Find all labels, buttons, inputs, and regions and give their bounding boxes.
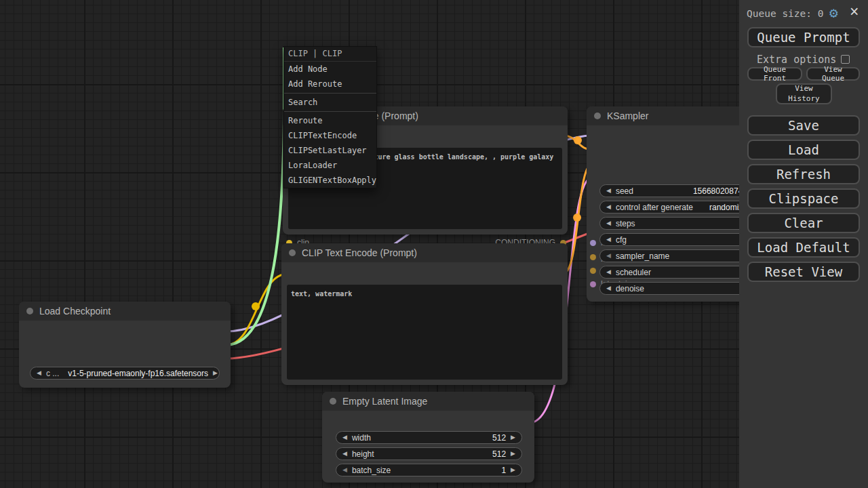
widget-value: 1 bbox=[501, 466, 506, 475]
decrement-arrow-icon[interactable]: ◀ bbox=[606, 253, 611, 259]
link-release-context-menu: CLIP | CLIP Add Node Add Reroute Search … bbox=[283, 46, 377, 188]
context-menu-filter-header: CLIP | CLIP bbox=[284, 47, 376, 62]
menu-item-clipsetlastlayer[interactable]: CLIPSetLastLayer bbox=[284, 143, 376, 158]
menu-separator bbox=[284, 111, 376, 112]
extra-options-checkbox[interactable] bbox=[841, 55, 850, 64]
decrement-arrow-icon[interactable]: ◀ bbox=[606, 237, 611, 243]
widget-label: c ... bbox=[46, 369, 59, 378]
node-empty-latent-image[interactable]: Empty Latent Image LATENT ◀ width 512 ▶ … bbox=[322, 392, 534, 483]
collapse-dot-icon[interactable] bbox=[289, 249, 296, 256]
widget-label: sampler_name bbox=[616, 251, 669, 261]
widget-label: height bbox=[352, 449, 374, 459]
increment-arrow-icon[interactable]: ▶ bbox=[511, 451, 515, 457]
clip-link-dot bbox=[252, 302, 260, 310]
menu-item-reroute[interactable]: Reroute bbox=[284, 113, 376, 128]
widget-batch-size[interactable]: ◀ batch_size 1 ▶ bbox=[336, 464, 522, 476]
close-icon[interactable]: × bbox=[850, 4, 859, 20]
comfy-menu-sidebar: Queue size: 0 ⚙ × Queue Prompt Extra opt… bbox=[739, 0, 868, 488]
increment-arrow-icon[interactable]: ▶ bbox=[511, 467, 515, 473]
widget-sampler-name[interactable]: ◀ sampler_name bbox=[599, 249, 761, 262]
node-load-checkpoint[interactable]: Load Checkpoint MODEL CLIP VAE ◀ c ... v… bbox=[19, 302, 231, 388]
decrement-arrow-icon[interactable]: ◀ bbox=[606, 220, 611, 226]
conditioning-link-dot-positive bbox=[574, 136, 582, 144]
menu-separator bbox=[284, 93, 376, 94]
widget-seed[interactable]: ◀ seed 156680208747 bbox=[599, 184, 761, 197]
node-title-bar[interactable]: Load Checkpoint bbox=[19, 302, 231, 321]
view-queue-button[interactable]: View Queue bbox=[806, 67, 860, 81]
widget-label: steps bbox=[616, 219, 635, 228]
load-default-button[interactable]: Load Default bbox=[747, 237, 860, 258]
decrement-arrow-icon[interactable]: ◀ bbox=[606, 204, 611, 210]
clear-button[interactable]: Clear bbox=[747, 213, 860, 233]
widget-value: 512 bbox=[492, 449, 506, 459]
queue-prompt-button[interactable]: Queue Prompt bbox=[747, 27, 860, 47]
node-title-bar[interactable]: Empty Latent Image bbox=[322, 392, 534, 411]
menu-item-search[interactable]: Search bbox=[284, 95, 376, 110]
menu-item-cliptextencode[interactable]: CLIPTextEncode bbox=[284, 128, 376, 143]
menu-item-gligentextboxapply[interactable]: GLIGENTextBoxApply bbox=[284, 173, 376, 188]
widget-value: v1-5-pruned-emaonly-fp16.safetensors bbox=[68, 369, 208, 378]
model-pin-icon[interactable] bbox=[590, 240, 596, 246]
collapse-dot-icon[interactable] bbox=[26, 308, 33, 314]
load-button[interactable]: Load bbox=[747, 140, 860, 160]
conditioning-link-dot-negative bbox=[573, 214, 581, 222]
latent-pin-icon[interactable] bbox=[590, 281, 596, 287]
prompt-textarea[interactable]: text, watermark bbox=[287, 285, 562, 380]
decrement-arrow-icon[interactable]: ◀ bbox=[342, 467, 347, 473]
conditioning-pin-icon[interactable] bbox=[590, 268, 596, 274]
widget-steps[interactable]: ◀ steps bbox=[599, 217, 761, 230]
queue-front-button[interactable]: Queue Front bbox=[747, 67, 802, 81]
widget-scheduler[interactable]: ◀ scheduler bbox=[599, 266, 761, 279]
extra-options-label: Extra options bbox=[757, 54, 836, 66]
menu-item-add-reroute[interactable]: Add Reroute bbox=[284, 77, 376, 92]
refresh-button[interactable]: Refresh bbox=[747, 164, 860, 184]
prev-option-arrow-icon[interactable]: ◀ bbox=[37, 370, 41, 376]
widget-label: cfg bbox=[616, 235, 627, 245]
reset-view-button[interactable]: Reset View bbox=[747, 262, 860, 282]
widget-label: width bbox=[352, 433, 371, 443]
conditioning-pin-icon[interactable] bbox=[590, 254, 596, 260]
decrement-arrow-icon[interactable]: ◀ bbox=[606, 269, 611, 275]
queue-size-label: Queue size: 0 bbox=[747, 8, 824, 19]
widget-ckpt-name[interactable]: ◀ c ... v1-5-pruned-emaonly-fp16.safeten… bbox=[30, 367, 220, 380]
widget-label: seed bbox=[616, 186, 633, 196]
increment-arrow-icon[interactable]: ▶ bbox=[511, 434, 515, 441]
collapse-dot-icon[interactable] bbox=[330, 398, 336, 405]
widget-height[interactable]: ◀ height 512 ▶ bbox=[336, 447, 522, 460]
decrement-arrow-icon[interactable]: ◀ bbox=[342, 434, 347, 441]
widget-label: scheduler bbox=[616, 268, 651, 277]
decrement-arrow-icon[interactable]: ◀ bbox=[606, 188, 611, 194]
view-history-button[interactable]: View History bbox=[776, 83, 832, 104]
widget-width[interactable]: ◀ width 512 ▶ bbox=[336, 431, 522, 444]
node-title: Load Checkpoint bbox=[39, 306, 111, 317]
decrement-arrow-icon[interactable]: ◀ bbox=[342, 451, 347, 457]
next-option-arrow-icon[interactable]: ▶ bbox=[213, 370, 218, 376]
save-button[interactable]: Save bbox=[747, 115, 860, 136]
widget-denoise[interactable]: ◀ denoise bbox=[599, 282, 761, 295]
widget-cfg[interactable]: ◀ cfg bbox=[599, 233, 761, 246]
menu-item-add-node[interactable]: Add Node bbox=[284, 62, 376, 77]
widget-control-after-generate[interactable]: ◀ control after generate randomize bbox=[599, 201, 761, 214]
widget-value: 512 bbox=[492, 433, 506, 443]
collapse-dot-icon[interactable] bbox=[594, 113, 601, 119]
node-title: KSampler bbox=[607, 110, 648, 121]
settings-gear-icon[interactable]: ⚙ bbox=[829, 6, 838, 20]
comfyui-canvas[interactable]: CLIP Text Encode (Prompt) clip CONDITION… bbox=[0, 0, 868, 488]
widget-label: control after generate bbox=[616, 203, 693, 212]
menu-item-loraloader[interactable]: LoraLoader bbox=[284, 158, 376, 173]
node-title: Empty Latent Image bbox=[342, 396, 427, 407]
widget-label: batch_size bbox=[352, 466, 391, 475]
dragging-link bbox=[226, 47, 284, 345]
node-title-bar[interactable]: CLIP Text Encode (Prompt) bbox=[281, 243, 568, 262]
clipspace-button[interactable]: Clipspace bbox=[747, 188, 860, 209]
widget-label: denoise bbox=[616, 284, 644, 293]
decrement-arrow-icon[interactable]: ◀ bbox=[606, 285, 611, 291]
node-clip-text-encode-negative[interactable]: CLIP Text Encode (Prompt) clip CONDITION… bbox=[281, 243, 568, 385]
node-title: CLIP Text Encode (Prompt) bbox=[302, 247, 417, 258]
